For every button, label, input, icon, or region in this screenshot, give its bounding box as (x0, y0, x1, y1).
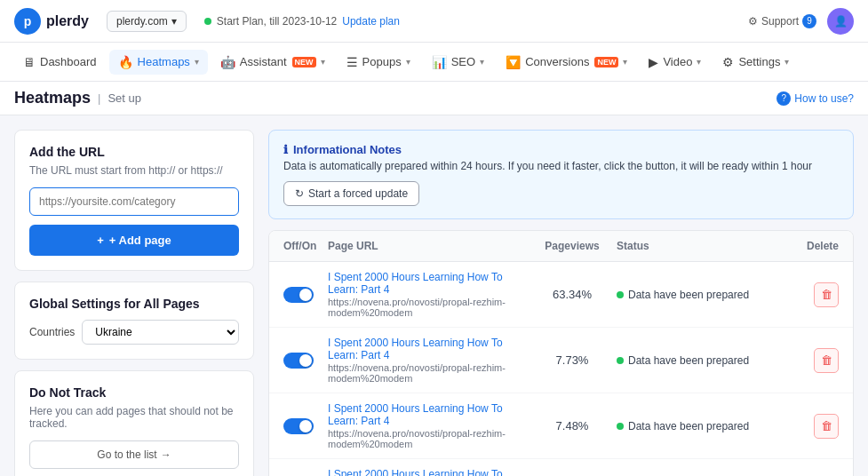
delete-cell: 🗑 (776, 282, 839, 307)
dashboard-icon: 🖥 (23, 55, 36, 69)
page-link[interactable]: I Spent 2000 Hours Learning How To Learn… (328, 337, 528, 361)
status-text: Data have been prepared (628, 420, 749, 432)
status-text: Data have been prepared (628, 354, 749, 367)
nav-item-heatmaps[interactable]: 🔥 Heatmaps ▾ (109, 50, 208, 75)
status-cell: Data have been prepared (617, 354, 776, 367)
row-toggle[interactable] (283, 353, 314, 369)
breadcrumb-setup: Set up (108, 91, 141, 105)
right-panel: ℹ Informational Notes Data is automatica… (268, 130, 854, 476)
url-cell: I Spent 2000 Hours Learning How To Learn… (328, 337, 528, 384)
pageviews-value: 7.48% (556, 419, 589, 432)
settings-icon: ⚙ (722, 55, 734, 69)
chevron-down-icon: ▾ (697, 57, 701, 67)
add-page-button[interactable]: + + Add page (29, 225, 239, 256)
table-row: I Spent 2000 Hours Learning How To Learn… (269, 262, 853, 328)
how-to-label: How to use? (794, 92, 854, 105)
table-row: I Spent 2000 Hours Learning How To Learn… (269, 393, 853, 459)
nav-item-settings[interactable]: ⚙ Settings ▾ (713, 50, 798, 75)
breadcrumb: Heatmaps | Set up (14, 89, 141, 107)
nav-item-video[interactable]: ▶ Video ▾ (640, 50, 710, 75)
toggle-cell (283, 287, 328, 303)
add-label: + Add page (109, 234, 171, 247)
plan-info: Start Plan, till 2023-10-12 Update plan (204, 15, 400, 28)
update-plan-link[interactable]: Update plan (342, 15, 400, 28)
delete-cell: 🗑 (776, 414, 839, 439)
goto-label: Go to the list (97, 448, 156, 461)
goto-list-button[interactable]: Go to the list → (29, 440, 239, 469)
arrow-right-icon: → (161, 448, 171, 461)
page-url: https://novena.pro/novosti/propal-rezhim… (328, 297, 528, 318)
info-icon: ℹ (283, 143, 288, 156)
global-settings-card: Global Settings for All Pages Countries … (14, 282, 254, 360)
domain-selector[interactable]: plerdy.com ▾ (107, 11, 187, 32)
pageviews-value: 63.34% (553, 288, 592, 301)
page-url: https://novena.pro/novosti/propal-rezhim… (328, 428, 528, 449)
header-help: ? How to use? (776, 91, 854, 106)
page-url: https://novena.pro/novosti/propal-rezhim… (328, 362, 528, 384)
topbar: p plerdy plerdy.com ▾ Start Plan, till 2… (0, 0, 868, 43)
page-link[interactable]: I Spent 2000 Hours Learning How To Learn… (328, 402, 528, 427)
assistant-badge: NEW (292, 57, 316, 67)
force-update-label: Start a forced update (308, 187, 408, 200)
nav-item-dashboard[interactable]: 🖥 Dashboard (14, 50, 106, 75)
delete-button[interactable]: 🗑 (814, 414, 839, 439)
heatmaps-table: Off/On Page URL Pageviews Status Delete … (268, 230, 854, 476)
gear-icon: ⚙ (748, 15, 758, 28)
delete-cell: 🗑 (776, 348, 839, 373)
nav-item-assistant[interactable]: 🤖 Assistant NEW ▾ (211, 50, 334, 75)
toggle-cell (283, 418, 328, 434)
info-circle-icon: ? (776, 91, 791, 106)
left-panel: Add the URL The URL must start from http… (14, 130, 254, 476)
support-button[interactable]: ⚙ Support 9 (748, 14, 816, 28)
chevron-down-icon: ▾ (480, 57, 484, 67)
col-header-pageviews: Pageviews (528, 240, 617, 252)
url-cell: I Spent 2000 Hours Learning How To Learn… (328, 468, 528, 476)
how-to-link[interactable]: ? How to use? (776, 91, 854, 106)
nav-item-popups[interactable]: ☰ Popups ▾ (338, 50, 419, 75)
refresh-icon: ↻ (295, 187, 304, 200)
add-url-title: Add the URL (29, 145, 239, 159)
status-badge: Data have been prepared (617, 289, 776, 301)
country-select[interactable]: Ukraine United States Germany France All… (82, 320, 239, 345)
avatar[interactable]: 👤 (827, 8, 854, 35)
col-header-url: Page URL (328, 240, 528, 252)
status-dot-green (617, 291, 624, 298)
support-label: Support (761, 15, 799, 28)
chevron-down-icon: ▾ (171, 15, 177, 28)
chevron-down-icon: ▾ (195, 57, 199, 67)
url-input[interactable] (29, 187, 239, 216)
pageviews-cell: 63.34% (528, 288, 617, 301)
url-cell: I Spent 2000 Hours Learning How To Learn… (328, 271, 528, 318)
video-icon: ▶ (649, 55, 658, 69)
nav-item-conversions[interactable]: 🔽 Conversions NEW ▾ (497, 50, 636, 75)
delete-button[interactable]: 🗑 (814, 282, 839, 307)
info-box-title: ℹ Informational Notes (283, 143, 839, 156)
status-text: Data have been prepared (628, 289, 749, 301)
nav-label-dashboard: Dashboard (40, 55, 97, 68)
page-link[interactable]: I Spent 2000 Hours Learning How To Learn… (328, 271, 528, 296)
do-not-track-description: Here you can add pages that should not b… (29, 405, 239, 430)
assistant-icon: 🤖 (220, 55, 235, 69)
table-row: I Spent 2000 Hours Learning How To Learn… (269, 459, 853, 476)
row-toggle[interactable] (283, 287, 314, 303)
nav-label-assistant: Assistant (240, 55, 287, 68)
col-header-toggle: Off/On (283, 240, 328, 252)
countries-row: Countries Ukraine United States Germany … (29, 320, 239, 345)
nav-item-seo[interactable]: 📊 SEO ▾ (423, 50, 493, 75)
status-cell: Data have been prepared (617, 420, 776, 432)
chevron-down-icon: ▾ (623, 57, 627, 67)
page-link[interactable]: I Spent 2000 Hours Learning How To Learn… (328, 468, 528, 476)
nav-label-heatmaps: Heatmaps (138, 55, 190, 68)
main-content: Add the URL The URL must start from http… (0, 115, 868, 476)
delete-button[interactable]: 🗑 (814, 348, 839, 373)
plan-status-dot (204, 18, 211, 25)
info-box: ℹ Informational Notes Data is automatica… (268, 130, 854, 219)
nav-label-video: Video (663, 55, 692, 68)
conversions-badge: NEW (594, 57, 618, 67)
col-header-delete: Delete (776, 240, 839, 252)
row-toggle[interactable] (283, 418, 314, 434)
force-update-button[interactable]: ↻ Start a forced update (283, 181, 419, 206)
pageviews-cell: 7.48% (528, 419, 617, 432)
add-url-card: Add the URL The URL must start from http… (14, 130, 254, 271)
logo-icon: p (14, 8, 41, 35)
